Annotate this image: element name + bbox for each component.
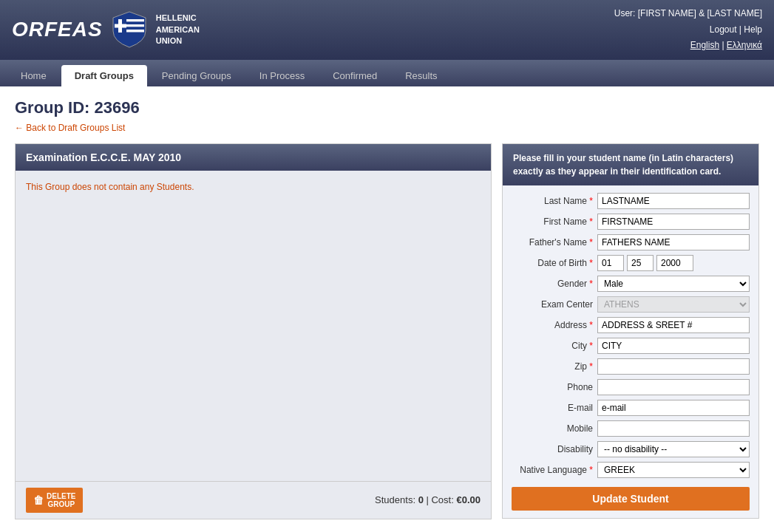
- first-name-row: First Name *: [512, 214, 750, 230]
- gender-row: Gender * Male Female: [512, 276, 750, 292]
- exam-center-label: Exam Center: [512, 299, 593, 310]
- city-row: City *: [512, 338, 750, 354]
- main-content: Group ID: 23696 ← Back to Draft Groups L…: [0, 86, 774, 531]
- disability-select[interactable]: -- no disability --: [597, 441, 750, 457]
- city-input[interactable]: [597, 338, 750, 354]
- native-language-row: Native Language * GREEK: [512, 462, 750, 478]
- dob-fields: [597, 255, 693, 271]
- help-link[interactable]: Help: [744, 24, 762, 35]
- email-label: E-mail: [512, 403, 593, 413]
- gender-label: Gender *: [512, 279, 593, 289]
- logout-link[interactable]: Logout: [710, 24, 737, 35]
- disability-label: Disability: [512, 444, 593, 454]
- english-link[interactable]: English: [690, 40, 719, 50]
- gender-select[interactable]: Male Female: [597, 276, 750, 292]
- fathers-name-input[interactable]: [597, 234, 750, 250]
- svg-rect-7: [115, 24, 126, 28]
- content-area: Examination E.C.C.E. MAY 2010 This Group…: [15, 143, 759, 519]
- dob-label: Date of Birth *: [512, 258, 593, 268]
- dob-month-input[interactable]: [597, 255, 624, 271]
- header-right: User: [FIRST NAME] & [LAST NAME] Logout …: [614, 6, 762, 54]
- delete-group-button[interactable]: 🗑 DELETEGROUP: [26, 488, 83, 513]
- tab-home[interactable]: Home: [7, 65, 60, 86]
- right-panel: Please fill in your student name (in Lat…: [502, 143, 759, 519]
- fathers-name-row: Father's Name *: [512, 234, 750, 250]
- exam-center-select[interactable]: ATHENS: [597, 296, 750, 313]
- address-input[interactable]: [597, 317, 750, 333]
- tab-results[interactable]: Results: [392, 65, 450, 86]
- right-panel-body: Last Name * First Name * Fat: [503, 185, 758, 518]
- email-row: E-mail: [512, 400, 750, 416]
- tab-in-process[interactable]: In Process: [246, 65, 318, 86]
- disability-row: Disability -- no disability --: [512, 441, 750, 457]
- left-panel-header: Examination E.C.C.E. MAY 2010: [16, 144, 491, 171]
- logo-text: ORFEAS: [12, 18, 103, 41]
- last-name-label: Last Name *: [512, 196, 593, 206]
- header: ORFEAS HELLENIC AMERICAN UNION User: [FI…: [0, 0, 774, 60]
- left-panel-footer: 🗑 DELETEGROUP Students: 0 | Cost: €0.00: [16, 481, 491, 519]
- user-info: User: [FIRST NAME] & [LAST NAME]: [614, 8, 762, 18]
- tab-draft-groups[interactable]: Draft Groups: [61, 65, 147, 86]
- phone-label: Phone: [512, 382, 593, 392]
- phone-input[interactable]: [597, 379, 750, 395]
- city-label: City *: [512, 341, 593, 351]
- mobile-label: Mobile: [512, 423, 593, 434]
- mobile-input[interactable]: [597, 420, 750, 437]
- students-cost-info: Students: 0 | Cost: €0.00: [375, 494, 481, 505]
- zip-row: Zip *: [512, 358, 750, 375]
- back-to-draft-link[interactable]: ← Back to Draft Groups List: [15, 123, 125, 133]
- zip-label: Zip *: [512, 361, 593, 372]
- tab-confirmed[interactable]: Confirmed: [319, 65, 390, 86]
- email-input[interactable]: [597, 400, 750, 416]
- left-panel-body: This Group does not contain any Students…: [16, 171, 491, 481]
- zip-input[interactable]: [597, 358, 750, 375]
- address-row: Address *: [512, 317, 750, 333]
- native-language-select[interactable]: GREEK: [597, 462, 750, 478]
- exam-center-row: Exam Center ATHENS: [512, 296, 750, 313]
- fathers-name-label: Father's Name *: [512, 237, 593, 248]
- header-left: ORFEAS HELLENIC AMERICAN UNION: [12, 10, 200, 49]
- greek-link[interactable]: Ελληνικά: [727, 40, 762, 50]
- dob-row: Date of Birth *: [512, 255, 750, 271]
- group-id-title: Group ID: 23696: [15, 98, 759, 117]
- mobile-row: Mobile: [512, 420, 750, 437]
- dob-year-input[interactable]: [656, 255, 693, 271]
- nav-bar: Home Draft Groups Pending Groups In Proc…: [0, 60, 774, 86]
- shield-icon: [112, 10, 147, 49]
- trash-icon: 🗑: [33, 494, 44, 506]
- left-panel: Examination E.C.C.E. MAY 2010 This Group…: [15, 143, 492, 519]
- native-language-label: Native Language *: [512, 465, 593, 475]
- address-label: Address *: [512, 320, 593, 330]
- first-name-label: First Name *: [512, 216, 593, 227]
- phone-row: Phone: [512, 379, 750, 395]
- tab-pending-groups[interactable]: Pending Groups: [149, 65, 245, 86]
- last-name-row: Last Name *: [512, 193, 750, 209]
- org-name: HELLENIC AMERICAN UNION: [156, 13, 200, 47]
- last-name-input[interactable]: [597, 193, 750, 209]
- dob-day-input[interactable]: [627, 255, 654, 271]
- right-panel-header: Please fill in your student name (in Lat…: [503, 144, 758, 185]
- update-student-button[interactable]: Update Student: [512, 487, 750, 511]
- no-students-text: This Group does not contain any Students…: [26, 182, 194, 192]
- first-name-input[interactable]: [597, 214, 750, 230]
